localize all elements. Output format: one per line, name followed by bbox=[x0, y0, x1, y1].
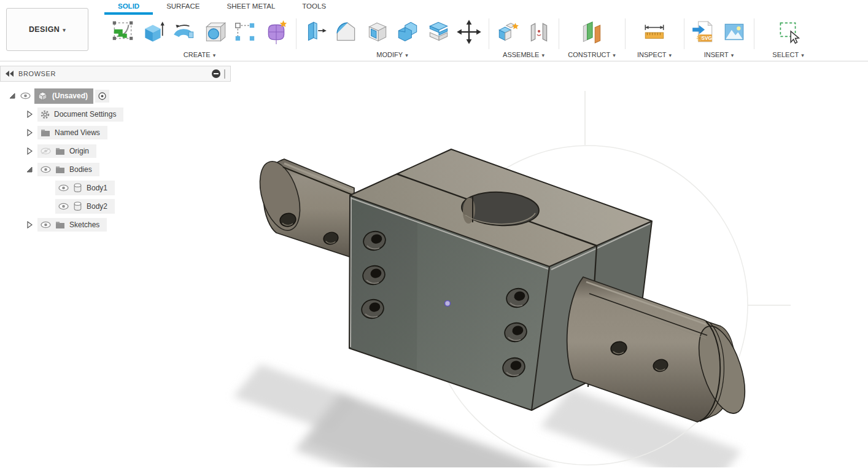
toolbar-group-inspect: INSPECT bbox=[625, 15, 684, 61]
press-pull-icon bbox=[303, 19, 328, 45]
tree-row-body2[interactable]: Body2 bbox=[0, 197, 231, 216]
visibility-eye-icon[interactable] bbox=[41, 166, 51, 173]
window-select-icon bbox=[775, 19, 801, 45]
hole-button[interactable] bbox=[200, 17, 230, 47]
tab-solid[interactable]: SOLID bbox=[104, 0, 153, 15]
browser-title: BROWSER bbox=[18, 70, 56, 77]
construction-plane-icon bbox=[579, 19, 605, 45]
move-button[interactable] bbox=[454, 17, 484, 47]
press-pull-button[interactable] bbox=[301, 17, 330, 47]
folder-icon bbox=[55, 221, 65, 229]
revolve-icon bbox=[171, 19, 197, 45]
dropdown-caret-icon bbox=[405, 51, 408, 58]
shell-icon bbox=[364, 19, 390, 45]
activate-component-radio[interactable] bbox=[95, 90, 109, 103]
fillet-button[interactable] bbox=[331, 17, 361, 47]
tree-row-named-views[interactable]: Named Views bbox=[0, 123, 231, 142]
new-component-icon bbox=[495, 19, 521, 45]
tree-row-document-settings[interactable]: Document Settings bbox=[0, 105, 231, 123]
fillet-icon bbox=[333, 19, 359, 45]
measure-icon bbox=[641, 19, 667, 45]
tree-row-sketches[interactable]: Sketches bbox=[0, 216, 231, 234]
revolve-button[interactable] bbox=[169, 17, 199, 47]
visibility-eye-icon[interactable] bbox=[41, 221, 51, 228]
visibility-eye-icon[interactable] bbox=[58, 203, 69, 210]
group-dropdown-modify[interactable]: MODIFY bbox=[301, 49, 484, 60]
collapsed-twisty-icon[interactable] bbox=[26, 147, 34, 155]
browser-tree: (Unsaved) Document Settings bbox=[0, 82, 231, 234]
dropdown-caret-icon bbox=[541, 51, 544, 58]
insert-svg-icon: SVG bbox=[691, 19, 716, 45]
tree-row-bodies[interactable]: Bodies bbox=[0, 160, 231, 179]
measure-button[interactable] bbox=[640, 17, 669, 47]
design-canvas: BROWSER (Unsaved) bbox=[0, 61, 868, 467]
pattern-button[interactable] bbox=[231, 17, 260, 47]
toolbar-group-insert: SVG INSERT bbox=[684, 15, 754, 61]
create-sketch-icon bbox=[110, 19, 136, 45]
visibility-eye-icon[interactable] bbox=[20, 92, 31, 99]
expanded-twisty-icon[interactable] bbox=[9, 92, 17, 100]
tree-row-body1[interactable]: Body1 bbox=[0, 179, 231, 197]
create-sketch-button[interactable] bbox=[108, 17, 138, 47]
visibility-eye-icon[interactable] bbox=[58, 184, 69, 192]
dropdown-caret-icon bbox=[613, 51, 616, 58]
toolbar-group-modify: MODIFY bbox=[296, 15, 489, 61]
panel-resize-handle[interactable] bbox=[224, 69, 225, 79]
collapsed-twisty-icon[interactable] bbox=[26, 110, 34, 119]
group-dropdown-construct[interactable]: CONSTRUCT bbox=[564, 49, 620, 60]
group-dropdown-create[interactable]: CREATE bbox=[108, 49, 291, 60]
document-node[interactable]: (Unsaved) bbox=[34, 88, 93, 104]
folder-icon bbox=[41, 129, 50, 137]
window-select-button[interactable] bbox=[773, 17, 803, 47]
new-component-button[interactable] bbox=[494, 17, 523, 47]
dropdown-caret-icon bbox=[669, 51, 672, 58]
shell-button[interactable] bbox=[362, 17, 392, 47]
ribbon-tabs: SOLID SURFACE SHEET METAL TOOLS bbox=[104, 0, 339, 15]
tree-row-document[interactable]: (Unsaved) bbox=[0, 87, 231, 105]
joint-button[interactable] bbox=[524, 17, 554, 47]
visibility-eye-off-icon[interactable] bbox=[41, 147, 51, 155]
construction-plane-button[interactable] bbox=[577, 17, 606, 47]
pattern-icon bbox=[233, 19, 258, 45]
tree-row-origin[interactable]: Origin bbox=[0, 142, 231, 160]
create-form-button[interactable] bbox=[262, 17, 291, 47]
expanded-twisty-icon[interactable] bbox=[26, 165, 34, 174]
tab-tools[interactable]: TOOLS bbox=[289, 0, 339, 15]
dropdown-caret-icon bbox=[213, 51, 216, 58]
combine-button[interactable] bbox=[393, 17, 422, 47]
split-body-icon bbox=[425, 19, 451, 45]
left-shaft-body[interactable] bbox=[252, 157, 354, 258]
toolbar-group-assemble: ASSEMBLE bbox=[489, 15, 559, 61]
group-dropdown-insert[interactable]: INSERT bbox=[689, 49, 749, 60]
toolbar-group-create: CREATE bbox=[103, 15, 296, 61]
insert-image-icon bbox=[721, 19, 747, 45]
workspace-label: DESIGN bbox=[29, 25, 60, 34]
gear-icon bbox=[41, 110, 50, 119]
group-dropdown-select[interactable]: SELECT bbox=[759, 49, 818, 60]
extrude-button[interactable] bbox=[139, 17, 168, 47]
collapsed-twisty-icon[interactable] bbox=[26, 128, 34, 137]
collapse-panel-icon[interactable] bbox=[6, 71, 14, 77]
insert-svg-button[interactable]: SVG bbox=[689, 17, 718, 47]
extrude-icon bbox=[141, 19, 166, 45]
tab-surface[interactable]: SURFACE bbox=[153, 0, 213, 15]
workspace-switcher-button[interactable]: DESIGN bbox=[6, 8, 88, 51]
insert-image-button[interactable] bbox=[719, 17, 749, 47]
tab-sheet-metal[interactable]: SHEET METAL bbox=[213, 0, 289, 15]
dropdown-caret-icon bbox=[801, 51, 804, 58]
group-dropdown-inspect[interactable]: INSPECT bbox=[630, 49, 679, 60]
collapse-node-icon[interactable] bbox=[212, 69, 220, 78]
folder-icon bbox=[55, 147, 65, 155]
browser-panel: BROWSER (Unsaved) bbox=[0, 66, 231, 234]
create-form-icon bbox=[263, 19, 289, 45]
split-body-button[interactable] bbox=[424, 17, 453, 47]
origin-point[interactable] bbox=[445, 301, 451, 306]
joint-icon bbox=[526, 19, 552, 45]
group-dropdown-assemble[interactable]: ASSEMBLE bbox=[494, 49, 554, 60]
dropdown-caret-icon bbox=[63, 25, 66, 34]
ribbon: CREATE bbox=[103, 15, 868, 61]
svg-text:SVG: SVG bbox=[701, 35, 712, 41]
browser-header: BROWSER bbox=[0, 66, 231, 82]
body-cylinder-icon bbox=[73, 201, 82, 211]
collapsed-twisty-icon[interactable] bbox=[26, 220, 34, 229]
